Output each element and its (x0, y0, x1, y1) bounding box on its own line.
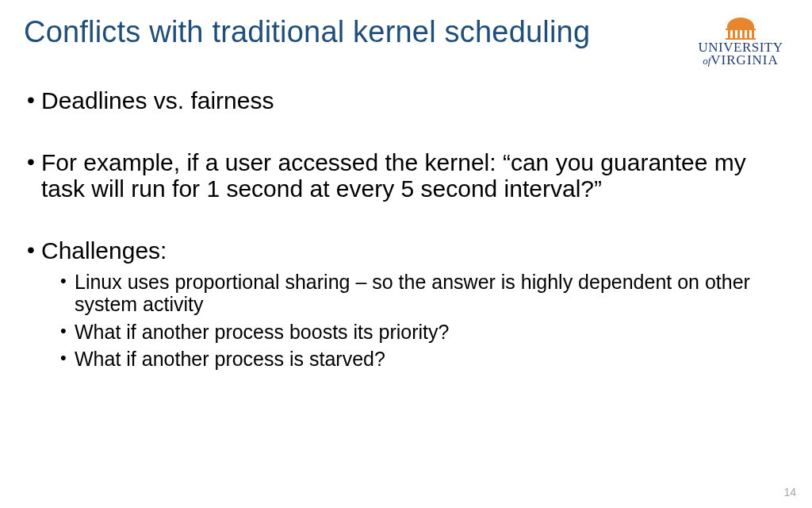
svg-rect-1 (728, 30, 730, 38)
sub-bullet-item: What if another process boosts its prior… (57, 321, 788, 344)
sub-bullet-item: What if another process is starved? (57, 348, 788, 371)
slide-title: Conflicts with traditional kernel schedu… (24, 16, 590, 49)
content: Deadlines vs. fairness For example, if a… (24, 87, 788, 370)
logo-line-2: VIRGINIA (710, 52, 778, 67)
svg-rect-5 (747, 30, 749, 38)
bullet-text: Challenges: (41, 237, 167, 264)
svg-rect-0 (726, 29, 756, 30)
bullet-item: Deadlines vs. fairness (24, 87, 788, 114)
uva-logo: UNIVERSITY ofVIRGINIA (693, 16, 788, 67)
header: Conflicts with traditional kernel schedu… (24, 16, 788, 67)
rotunda-icon (722, 16, 759, 40)
slide: Conflicts with traditional kernel schedu… (0, 0, 812, 508)
logo-of: of (703, 55, 710, 67)
page-number: 14 (783, 486, 796, 498)
svg-rect-3 (737, 30, 740, 38)
logo-text: UNIVERSITY ofVIRGINIA (693, 41, 788, 67)
svg-rect-6 (752, 30, 754, 38)
svg-rect-4 (742, 30, 745, 38)
bullet-list: Deadlines vs. fairness For example, if a… (24, 87, 788, 370)
bullet-item: Challenges: Linux uses proportional shar… (24, 237, 788, 371)
logo-line-2-wrap: ofVIRGINIA (703, 53, 779, 67)
bullet-item: For example, if a user accessed the kern… (24, 149, 788, 202)
sub-bullet-item: Linux uses proportional sharing – so the… (57, 271, 788, 316)
svg-rect-2 (733, 30, 735, 38)
sub-bullet-list: Linux uses proportional sharing – so the… (41, 271, 788, 371)
